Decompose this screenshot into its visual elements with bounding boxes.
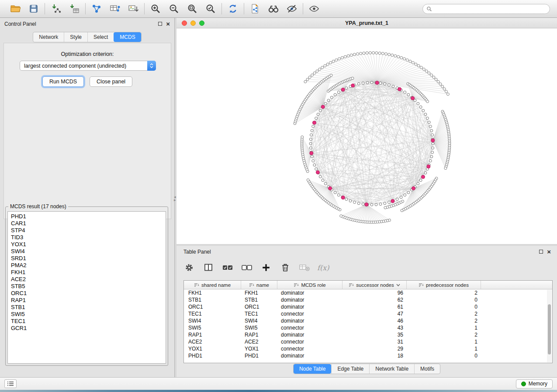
tab-motifs[interactable]: Motifs: [414, 364, 440, 374]
zoom-out-button[interactable]: [167, 2, 181, 15]
column-header-mcds-role[interactable]: MCDS role: [277, 281, 343, 289]
zoom-selected-button[interactable]: [204, 2, 218, 15]
table-scrollbar-track[interactable]: [547, 290, 552, 362]
mcds-result-item[interactable]: YOX1: [11, 241, 166, 248]
table-row[interactable]: FKH1FKH1dominator962: [184, 289, 552, 296]
table-cell: 96: [343, 289, 407, 296]
show-columns-button[interactable]: [202, 261, 215, 274]
mcds-result-list[interactable]: PHD1CAR1STP4TID3YOX1SWI4SRD1PMA2FKH1ACE2…: [7, 211, 166, 364]
table-row[interactable]: PHD1PHD1dominator180: [184, 352, 552, 359]
mcds-result-item[interactable]: PMA2: [11, 262, 166, 269]
mcds-result-item[interactable]: TEC1: [11, 318, 166, 325]
network-graph[interactable]: [176, 28, 557, 244]
tab-mcds[interactable]: MCDS: [114, 32, 141, 42]
mcds-result-item[interactable]: SWI4: [11, 248, 166, 255]
search-field[interactable]: [422, 4, 550, 14]
mcds-result-item[interactable]: STP4: [11, 227, 166, 234]
import-table-file-button[interactable]: [67, 2, 81, 15]
mcds-result-item[interactable]: TID3: [11, 234, 166, 241]
deselect-all-checkboxes-icon: [241, 262, 253, 273]
binoculars-button[interactable]: [266, 2, 280, 15]
show-hide-button[interactable]: [307, 2, 321, 15]
deselect-all-rows-button[interactable]: [240, 261, 253, 274]
criterion-dropdown-value: largest connected component (undirected): [20, 63, 147, 69]
table-cell: 1: [407, 338, 481, 345]
tab-style[interactable]: Style: [64, 32, 87, 42]
table-row[interactable]: STB1STB1dominator620: [184, 296, 552, 303]
save-session-button[interactable]: [27, 2, 41, 15]
function-builder-button[interactable]: f(x): [317, 264, 329, 272]
close-table-panel-icon[interactable]: ×: [547, 250, 551, 254]
toggle-graphics-details-button[interactable]: [285, 2, 299, 15]
close-panel-icon[interactable]: ×: [166, 22, 170, 26]
mcds-result-item[interactable]: SRD1: [11, 255, 166, 262]
run-mcds-button[interactable]: Run MCDS: [42, 76, 84, 87]
column-header-successor-nodes[interactable]: successor nodes: [343, 281, 407, 289]
share-document-button[interactable]: [248, 2, 262, 15]
close-panel-button[interactable]: Close panel: [90, 76, 132, 87]
mcds-result-item[interactable]: RAP1: [11, 297, 166, 304]
import-network-file-button[interactable]: [49, 2, 63, 15]
column-header-shared-name[interactable]: shared name: [184, 281, 241, 289]
network-table-button[interactable]: [108, 2, 122, 15]
table-row[interactable]: ACE2ACE2connector311: [184, 338, 552, 345]
table-row[interactable]: RAP1RAP1dominator352: [184, 331, 552, 338]
export-image-icon: [128, 3, 138, 14]
table-row[interactable]: YOX1YOX1connector291: [184, 345, 552, 352]
float-panel-icon[interactable]: [158, 22, 162, 26]
table-row[interactable]: SWI5SWI5connector431: [184, 324, 552, 331]
zoom-fit-icon: [187, 3, 197, 14]
tab-select[interactable]: Select: [87, 32, 114, 42]
table-row[interactable]: ORC1ORC1dominator610: [184, 303, 552, 310]
mcds-result-item[interactable]: SWI5: [11, 311, 166, 318]
columns-icon: [203, 262, 214, 273]
open-session-icon: [10, 3, 21, 14]
table-row[interactable]: TEC1TEC1connector472: [184, 310, 552, 317]
tab-network-table[interactable]: Network Table: [369, 364, 414, 374]
zoom-in-button[interactable]: [149, 2, 163, 15]
memory-button[interactable]: Memory: [516, 379, 553, 389]
new-network-button[interactable]: [90, 2, 104, 15]
add-column-button[interactable]: [259, 261, 273, 274]
mcds-result-item[interactable]: PHD1: [11, 213, 166, 220]
delete-column-button[interactable]: [279, 261, 292, 274]
table-cell: dominator: [277, 303, 343, 310]
table-scrollbar-thumb[interactable]: [548, 304, 551, 354]
save-session-icon: [29, 4, 38, 14]
float-table-panel-icon[interactable]: [539, 250, 543, 254]
open-session-button[interactable]: [8, 2, 22, 15]
search-input[interactable]: [434, 6, 546, 12]
mcds-result-item[interactable]: STB1: [11, 304, 166, 311]
table-cell: dominator: [277, 296, 343, 303]
tab-network[interactable]: Network: [33, 32, 64, 42]
table-disabled-icon: [299, 262, 310, 273]
splitter-grip-icon[interactable]: ◂▸: [174, 196, 176, 202]
tab-edge-table[interactable]: Edge Table: [331, 364, 369, 374]
criterion-dropdown[interactable]: largest connected component (undirected): [20, 61, 156, 71]
task-history-button[interactable]: [4, 379, 17, 388]
desktop-background-strip: [0, 390, 557, 392]
table-row[interactable]: SWI4SWI4dominator462: [184, 317, 552, 324]
export-image-button[interactable]: [126, 2, 140, 15]
table-cell: [481, 317, 552, 324]
zoom-fit-button[interactable]: [185, 2, 199, 15]
mcds-result-item[interactable]: ACE2: [11, 276, 166, 283]
select-all-rows-button[interactable]: [221, 261, 234, 274]
column-header-name[interactable]: name: [241, 281, 277, 289]
mcds-result-item[interactable]: STB5: [11, 283, 166, 290]
network-canvas[interactable]: [176, 28, 557, 244]
refresh-layout-button[interactable]: [226, 2, 240, 15]
mcds-result-item[interactable]: GCR1: [11, 325, 166, 332]
network-window-titlebar[interactable]: YPA_prune.txt_1: [176, 18, 557, 28]
table-cell: [481, 310, 552, 317]
table-cell: connector: [277, 310, 343, 317]
table-cell: 2: [407, 317, 481, 324]
tab-node-table[interactable]: Node Table: [294, 364, 332, 374]
mcds-result-item[interactable]: CAR1: [11, 220, 166, 227]
table-settings-button[interactable]: [183, 261, 196, 274]
mcds-result-item[interactable]: ORC1: [11, 290, 166, 297]
mcds-result-item[interactable]: FKH1: [11, 269, 166, 276]
binoculars-icon: [268, 3, 279, 14]
column-header-predecessor-nodes[interactable]: predecessor nodes: [407, 281, 481, 289]
zoom-out-icon: [169, 3, 179, 14]
